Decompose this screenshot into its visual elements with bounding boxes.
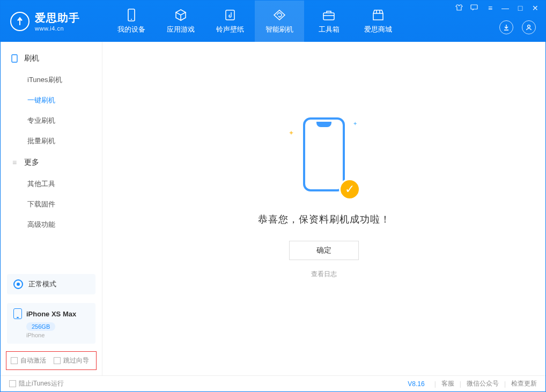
device-name: iPhone XS Max bbox=[26, 310, 76, 318]
checkbox-box-icon bbox=[11, 357, 18, 364]
logo-icon bbox=[10, 12, 29, 31]
minimize-button[interactable]: — bbox=[500, 4, 510, 12]
svg-rect-6 bbox=[12, 55, 17, 62]
refresh-icon bbox=[273, 9, 286, 21]
top-nav: 我的设备 应用游戏 铃声壁纸 智能刷机 工具箱 爱思商城 bbox=[107, 1, 403, 42]
nav-label: 铃声壁纸 bbox=[216, 25, 244, 34]
checkbox-skip-guide[interactable]: 跳过向导 bbox=[54, 356, 89, 365]
sidebar: 刷机 iTunes刷机 一键刷机 专业刷机 批量刷机 ≡ 更多 其他工具 下载固… bbox=[1, 42, 102, 375]
nav-toolbox[interactable]: 工具箱 bbox=[304, 1, 353, 42]
close-button[interactable]: ✕ bbox=[530, 4, 540, 12]
section-label: 更多 bbox=[24, 158, 39, 167]
sidebar-item-download-firmware[interactable]: 下载固件 bbox=[1, 194, 102, 215]
device-info-card[interactable]: iPhone XS Max 256GB iPhone bbox=[7, 303, 95, 344]
status-bar: 阻止iTunes运行 V8.16 | 客服 | 微信公众号 | 检查更新 bbox=[1, 375, 545, 391]
checkbox-label: 自动激活 bbox=[20, 356, 46, 365]
shop-icon bbox=[372, 9, 385, 21]
nav-label: 应用游戏 bbox=[167, 25, 195, 34]
check-badge-icon: ✓ bbox=[339, 179, 360, 200]
checkbox-label: 跳过向导 bbox=[63, 356, 89, 365]
svg-point-1 bbox=[131, 19, 132, 20]
music-icon bbox=[224, 9, 237, 21]
nav-label: 我的设备 bbox=[117, 25, 145, 34]
success-message: 恭喜您，保资料刷机成功啦！ bbox=[258, 213, 390, 226]
nav-apps-games[interactable]: 应用游戏 bbox=[156, 1, 205, 42]
download-icon[interactable] bbox=[499, 20, 513, 34]
device-icon bbox=[125, 9, 138, 21]
svg-point-5 bbox=[528, 25, 530, 28]
footer-link-support[interactable]: 客服 bbox=[441, 379, 454, 388]
sparkle-icon: ✦ bbox=[289, 129, 294, 137]
ok-button[interactable]: 确定 bbox=[289, 241, 359, 260]
svg-rect-3 bbox=[323, 13, 334, 20]
device-capacity: 256GB bbox=[26, 322, 55, 331]
phone-outline-icon bbox=[10, 54, 19, 63]
footer-link-wechat[interactable]: 微信公众号 bbox=[467, 379, 499, 388]
nav-label: 工具箱 bbox=[319, 25, 340, 34]
main-content: ✦ ✦ ✓ 恭喜您，保资料刷机成功啦！ 确定 查看日志 bbox=[102, 42, 545, 375]
mode-label: 正常模式 bbox=[28, 279, 56, 289]
sidebar-section-more: ≡ 更多 bbox=[1, 151, 102, 174]
toolbox-icon bbox=[322, 9, 335, 21]
sidebar-item-advanced[interactable]: 高级功能 bbox=[1, 215, 102, 235]
view-log-link[interactable]: 查看日志 bbox=[311, 270, 337, 279]
nav-label: 爱思商城 bbox=[364, 25, 392, 34]
nav-label: 智能刷机 bbox=[265, 25, 293, 34]
sidebar-section-flash: 刷机 bbox=[1, 47, 102, 70]
sidebar-item-batch-flash[interactable]: 批量刷机 bbox=[1, 131, 102, 151]
sidebar-item-itunes-flash[interactable]: iTunes刷机 bbox=[1, 70, 102, 90]
feedback-icon[interactable] bbox=[470, 4, 480, 12]
success-illustration: ✦ ✦ ✓ bbox=[292, 117, 356, 198]
footer-link-update[interactable]: 检查更新 bbox=[511, 379, 537, 388]
svg-rect-4 bbox=[471, 5, 477, 9]
version-label: V8.16 bbox=[408, 380, 424, 388]
checkbox-auto-activate[interactable]: 自动激活 bbox=[11, 356, 46, 365]
cube-icon bbox=[174, 9, 187, 21]
window-controls: ≡ — □ ✕ bbox=[455, 4, 540, 12]
checkbox-label: 阻止iTunes运行 bbox=[19, 379, 64, 388]
phone-icon bbox=[13, 308, 22, 319]
nav-smart-flash[interactable]: 智能刷机 bbox=[255, 1, 304, 42]
logo: 爱思助手 www.i4.cn bbox=[10, 11, 101, 32]
sidebar-item-other-tools[interactable]: 其他工具 bbox=[1, 174, 102, 194]
sidebar-item-oneclick-flash[interactable]: 一键刷机 bbox=[1, 90, 102, 110]
device-mode-card[interactable]: 正常模式 bbox=[7, 274, 95, 294]
checkbox-box-icon bbox=[9, 380, 16, 387]
skin-icon[interactable] bbox=[455, 4, 465, 12]
app-domain: www.i4.cn bbox=[35, 25, 80, 32]
phone-illustration-icon bbox=[303, 117, 345, 191]
maximize-button[interactable]: □ bbox=[515, 4, 525, 12]
checkbox-box-icon bbox=[54, 357, 61, 364]
app-header: 爱思助手 www.i4.cn 我的设备 应用游戏 铃声壁纸 智能刷机 工具箱 爱… bbox=[1, 1, 545, 42]
sparkle-icon: ✦ bbox=[353, 121, 357, 127]
nav-my-device[interactable]: 我的设备 bbox=[107, 1, 156, 42]
nav-ringtone-wallpaper[interactable]: 铃声壁纸 bbox=[205, 1, 255, 42]
sidebar-item-pro-flash[interactable]: 专业刷机 bbox=[1, 110, 102, 131]
list-icon: ≡ bbox=[10, 158, 19, 167]
user-icon[interactable] bbox=[522, 20, 536, 34]
device-subtype: iPhone bbox=[26, 332, 89, 338]
checkbox-block-itunes[interactable]: 阻止iTunes运行 bbox=[9, 379, 64, 388]
menu-icon[interactable]: ≡ bbox=[485, 4, 495, 12]
nav-shop[interactable]: 爱思商城 bbox=[353, 1, 403, 42]
mode-indicator-icon bbox=[13, 279, 23, 289]
app-name: 爱思助手 bbox=[35, 11, 80, 25]
header-actions bbox=[499, 20, 536, 34]
flash-options-highlight: 自动激活 跳过向导 bbox=[6, 351, 97, 370]
section-label: 刷机 bbox=[24, 54, 39, 63]
